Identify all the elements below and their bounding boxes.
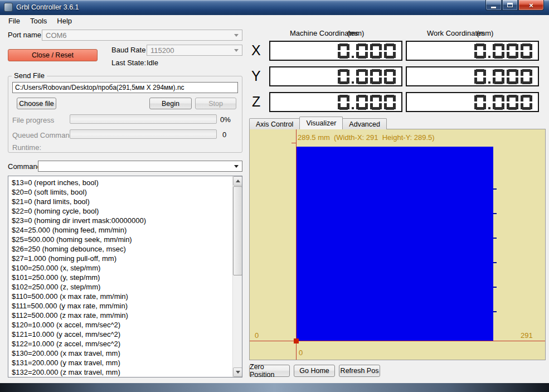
lcd-segment — [502, 44, 504, 50]
lcd-decimal-point — [352, 107, 354, 109]
console-log[interactable]: $13=0 (report inches, bool)$20=0 (soft l… — [8, 176, 242, 378]
lcd-digit — [338, 43, 349, 59]
lcd-digit — [493, 43, 504, 59]
choose-file-button[interactable]: Choose file — [17, 98, 56, 109]
arrow-down-icon — [236, 371, 240, 374]
scroll-up-button[interactable] — [233, 176, 242, 186]
close-button[interactable]: × — [518, 0, 544, 11]
lcd-segment — [338, 103, 341, 109]
lcd-segment — [339, 81, 348, 84]
console-line: $101=250.000 (y, step/mm) — [12, 273, 229, 282]
command-input[interactable] — [42, 162, 234, 171]
console-line: $111=500.000 (y max rate, mm/min) — [12, 301, 229, 311]
lcd-segment — [508, 107, 517, 110]
console-lines: $13=0 (report inches, bool)$20=0 (soft l… — [8, 176, 232, 377]
console-line: $132=200.000 (z max travel, mm) — [12, 367, 229, 377]
visualizer-top-tick — [291, 143, 297, 143]
stop-button[interactable]: Stop — [195, 98, 236, 109]
axis-label-z: Z — [252, 94, 260, 110]
app-window: Grbl Controller 3.6.1 × File Tools Help … — [0, 0, 549, 392]
title-bar: Grbl Controller 3.6.1 × — [0, 0, 549, 15]
maximize-button[interactable] — [502, 0, 518, 11]
minimize-button[interactable] — [485, 0, 502, 11]
window-title: Grbl Controller 3.6.1 — [16, 3, 79, 11]
close-reset-button[interactable]: Close / Reset — [8, 49, 98, 61]
begin-button[interactable]: Begin — [149, 98, 192, 109]
tab-axis-control[interactable]: Axis Control — [249, 118, 300, 129]
chevron-down-icon[interactable] — [234, 165, 239, 168]
baud-rate-select[interactable]: 115200 — [147, 45, 242, 56]
runtime-label: Runtime: — [12, 143, 41, 152]
lcd-segment — [474, 78, 477, 84]
zero-position-button[interactable]: Zero Position — [249, 365, 290, 377]
file-path-input[interactable] — [12, 82, 238, 93]
menu-bar: File Tools Help — [0, 15, 549, 27]
lcd-segment — [384, 70, 387, 76]
lcd-segment — [356, 95, 359, 101]
lcd-segment — [521, 70, 523, 76]
console-line: $21=0 (hard limits, bool) — [12, 197, 229, 206]
lcd-segment — [476, 81, 484, 84]
command-combo — [38, 161, 242, 172]
lcd-digit — [507, 69, 518, 84]
refresh-pos-button[interactable]: Refresh Pos — [339, 365, 380, 377]
scrollbar-thumb[interactable] — [233, 186, 242, 275]
console-line: $120=10.000 (x accel, mm/sec^2) — [12, 320, 229, 330]
axis-label-y: Y — [251, 68, 261, 84]
lcd-segment — [339, 107, 348, 110]
lcd-segment — [493, 52, 495, 58]
lcd-segment — [521, 44, 523, 50]
console-line: $100=250.000 (x, step/mm) — [12, 263, 229, 273]
lcd-segment — [356, 70, 359, 76]
lcd-decimal-point — [352, 81, 354, 84]
desktop-taskbar-strip — [0, 383, 549, 392]
lcd-decimal-point — [352, 56, 354, 58]
lcd-decimal-point — [488, 81, 490, 84]
lcd-segment — [384, 52, 387, 58]
visualizer-dimensions-text: 289.5 mm (Width-X: 291 Height-Y: 289.5) — [298, 133, 435, 142]
lcd-segment — [384, 103, 387, 109]
scroll-down-button[interactable] — [233, 367, 242, 377]
lcd-segment — [370, 44, 373, 50]
console-line: $24=25.000 (homing feed, mm/min) — [12, 225, 229, 235]
y-origin-label: 0 — [299, 349, 303, 357]
menu-help[interactable]: Help — [52, 15, 77, 27]
lcd-segment — [356, 52, 359, 58]
lcd-digit — [338, 95, 349, 110]
tab-advanced[interactable]: Advanced — [342, 118, 387, 129]
lcd-segment — [347, 95, 349, 101]
console-line: $20=0 (soft limits, bool) — [12, 187, 229, 197]
lcd-digit — [356, 69, 368, 84]
close-icon: × — [529, 1, 533, 9]
arrow-up-icon — [236, 180, 240, 182]
queued-commands-label: Queued Commands — [12, 131, 77, 139]
lcd-segment — [474, 95, 477, 101]
lcd-digit — [370, 69, 382, 84]
work-coordinates-unit: (mm) — [477, 29, 493, 37]
tab-visualizer[interactable]: Visualizer — [299, 117, 343, 129]
lcd-segment — [502, 70, 504, 76]
lcd-segment — [370, 78, 373, 84]
menu-tools[interactable]: Tools — [25, 15, 52, 27]
lcd-digit — [493, 95, 504, 110]
toolpath-tick — [493, 213, 497, 214]
lcd-segment — [474, 70, 477, 76]
lcd-segment — [384, 78, 387, 84]
lcd-work-z — [406, 92, 539, 112]
lcd-segment — [356, 44, 359, 50]
toolpath-tick — [493, 188, 497, 190]
go-home-button[interactable]: Go Home — [294, 365, 335, 377]
port-select[interactable]: COM6 — [42, 30, 242, 41]
menu-file[interactable]: File — [3, 15, 25, 27]
origin-marker — [294, 338, 299, 343]
lcd-segment — [508, 81, 517, 84]
lcd-segment — [508, 56, 517, 59]
lcd-segment — [338, 78, 341, 84]
axis-label-x: X — [251, 42, 261, 59]
console-scrollbar[interactable] — [232, 176, 242, 377]
lcd-segment — [507, 103, 509, 109]
lcd-segment — [476, 56, 484, 59]
lcd-segment — [522, 107, 531, 110]
lcd-segment — [372, 81, 380, 84]
lcd-segment — [507, 44, 509, 50]
